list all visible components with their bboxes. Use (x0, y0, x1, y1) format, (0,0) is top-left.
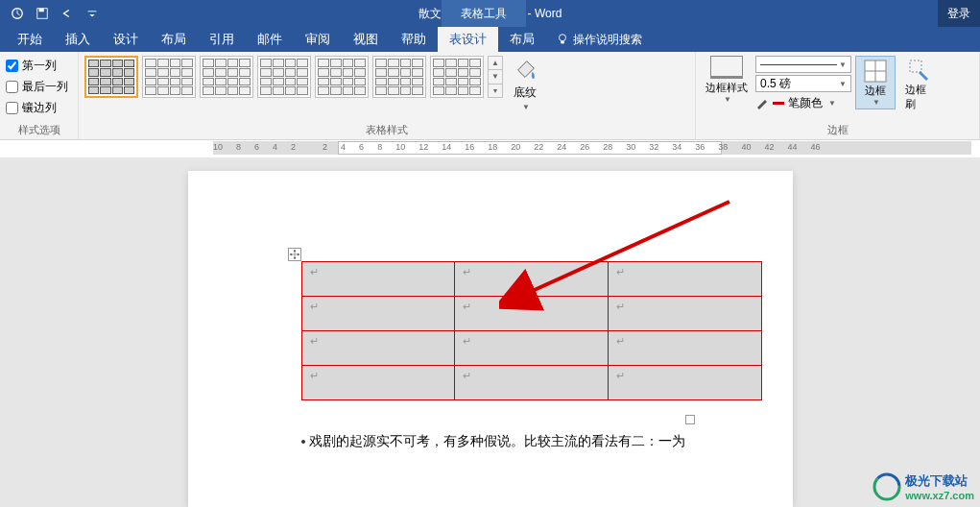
line-weight-dropdown[interactable]: 0.5 磅▼ (755, 75, 851, 92)
body-paragraph[interactable]: 戏剧的起源实不可考，有多种假说。比较主流的看法有二：一为 (301, 429, 762, 453)
watermark-url: www.xz7.com (905, 490, 974, 501)
svg-rect-5 (561, 41, 564, 44)
title-bar: 散文.docx [兼容模式] - Word 表格工具 登录 (0, 0, 980, 27)
table-cell[interactable]: ↵ (608, 262, 761, 297)
gallery-up-icon[interactable]: ▲ (489, 57, 502, 70)
borders-button[interactable]: 边框▼ (855, 56, 896, 109)
table-style-thumb[interactable] (142, 56, 196, 98)
table-cell[interactable]: ↵ (608, 331, 761, 366)
table-cell[interactable]: ↵ (455, 297, 609, 331)
table-style-thumb[interactable] (200, 56, 253, 98)
watermark: 极光下载站 www.xz7.com (872, 472, 974, 501)
group-style-options: 第一列 最后一列 镶边列 样式选项 (0, 52, 79, 139)
paint-bucket-icon (511, 58, 539, 83)
pen-color-swatch (773, 102, 784, 105)
tell-me-search[interactable]: 操作说明搜索 (546, 32, 642, 48)
group-label: 样式选项 (6, 121, 72, 137)
tab-mailings[interactable]: 邮件 (246, 27, 294, 52)
table-cell[interactable]: ↵ (301, 262, 455, 297)
pen-icon (755, 96, 769, 109)
table-resize-handle[interactable] (685, 415, 695, 424)
group-label: 表格样式 (84, 121, 689, 137)
tab-insert[interactable]: 插入 (54, 27, 102, 52)
qat-customize-icon[interactable] (81, 2, 104, 25)
table-row[interactable]: ↵↵↵ (301, 297, 761, 331)
table-style-gallery: ▲ ▼ ▾ (84, 56, 503, 98)
table-cell[interactable]: ↵ (455, 331, 609, 366)
pen-color-dropdown[interactable]: 笔颜色▼ (755, 94, 851, 111)
table-style-thumb[interactable] (372, 56, 426, 98)
group-table-styles: ▲ ▼ ▾ 底纹▼ 表格样式 (79, 52, 696, 139)
chevron-down-icon: ▼ (828, 99, 836, 108)
table-move-handle[interactable] (288, 248, 301, 261)
tab-view[interactable]: 视图 (342, 27, 390, 52)
tab-references[interactable]: 引用 (198, 27, 246, 52)
table-cell[interactable]: ↵ (301, 366, 455, 400)
autosave-toggle[interactable] (6, 2, 29, 25)
document-area[interactable]: ↵↵↵ ↵↵↵ ↵↵↵ ↵↵↵ 戏剧的起源实不可考，有多种假说。比较主流的看法有… (0, 157, 980, 507)
ribbon: 第一列 最后一列 镶边列 样式选项 ▲ ▼ ▾ (0, 52, 980, 140)
contextual-tab-label: 表格工具 (442, 0, 526, 27)
ribbon-tabs: 开始 插入 设计 布局 引用 邮件 审阅 视图 帮助 表设计 布局 操作说明搜索 (0, 27, 980, 52)
line-style-dropdown[interactable]: ▼ (755, 56, 851, 73)
table-cell[interactable]: ↵ (455, 366, 609, 400)
chevron-down-icon: ▼ (522, 103, 530, 111)
table-style-thumb[interactable] (257, 56, 311, 98)
svg-rect-9 (910, 60, 921, 72)
border-painter-button[interactable]: 边框刷 (899, 56, 940, 113)
group-label: 边框 (702, 121, 973, 137)
svg-rect-3 (88, 11, 97, 12)
border-style-icon (710, 56, 743, 79)
chevron-down-icon: ▼ (839, 80, 847, 88)
svg-rect-2 (39, 9, 44, 12)
checkbox-banded-columns[interactable]: 镶边列 (6, 98, 68, 117)
tab-table-design[interactable]: 表设计 (438, 27, 498, 52)
table-cell[interactable]: ↵ (301, 297, 455, 331)
tab-review[interactable]: 审阅 (294, 27, 342, 52)
group-borders: 边框样式▼ ▼ 0.5 磅▼ 笔颜色▼ 边框▼ 边框刷 边框 (696, 52, 980, 139)
shading-button[interactable]: 底纹▼ (507, 56, 543, 113)
chevron-down-icon: ▼ (839, 60, 847, 69)
checkbox-first-column[interactable]: 第一列 (6, 56, 68, 75)
watermark-name: 极光下载站 (905, 472, 974, 490)
table-cell[interactable]: ↵ (608, 297, 761, 331)
table-row[interactable]: ↵↵↵ (301, 331, 761, 366)
tab-table-layout[interactable]: 布局 (498, 27, 546, 52)
chevron-down-icon: ▼ (872, 98, 880, 107)
table-row[interactable]: ↵↵↵ (301, 366, 761, 400)
quick-access-toolbar (0, 2, 104, 25)
login-button[interactable]: 登录 (938, 0, 980, 27)
gallery-scroll: ▲ ▼ ▾ (488, 56, 503, 98)
table-cell[interactable]: ↵ (608, 366, 761, 400)
document-table[interactable]: ↵↵↵ ↵↵↵ ↵↵↵ ↵↵↵ (301, 261, 762, 400)
move-icon (290, 250, 299, 259)
table-style-thumb[interactable] (430, 56, 484, 98)
borders-grid-icon (863, 59, 888, 84)
page: ↵↵↵ ↵↵↵ ↵↵↵ ↵↵↵ 戏剧的起源实不可考，有多种假说。比较主流的看法有… (188, 171, 793, 507)
table-style-thumb[interactable] (315, 56, 369, 98)
checkbox-last-column[interactable]: 最后一列 (6, 77, 68, 96)
table-style-thumb[interactable] (84, 56, 138, 98)
border-painter-icon (907, 58, 932, 83)
table-row[interactable]: ↵↵↵ (301, 262, 761, 297)
tab-layout[interactable]: 布局 (150, 27, 198, 52)
tab-home[interactable]: 开始 (6, 27, 54, 52)
border-style-dropdown[interactable]: 边框样式▼ (702, 56, 752, 109)
tab-design[interactable]: 设计 (102, 27, 150, 52)
gallery-more-icon[interactable]: ▾ (489, 84, 502, 97)
svg-point-4 (560, 35, 566, 41)
chevron-down-icon: ▼ (724, 95, 731, 104)
table-cell[interactable]: ↵ (301, 331, 455, 366)
lightbulb-icon (556, 33, 569, 46)
save-icon[interactable] (31, 2, 54, 25)
gallery-down-icon[interactable]: ▼ (489, 70, 502, 84)
bullet-icon (301, 440, 305, 444)
table-cell[interactable]: ↵ (455, 262, 609, 297)
undo-icon[interactable] (56, 2, 79, 25)
tab-help[interactable]: 帮助 (390, 27, 438, 52)
watermark-logo-icon (872, 472, 901, 501)
